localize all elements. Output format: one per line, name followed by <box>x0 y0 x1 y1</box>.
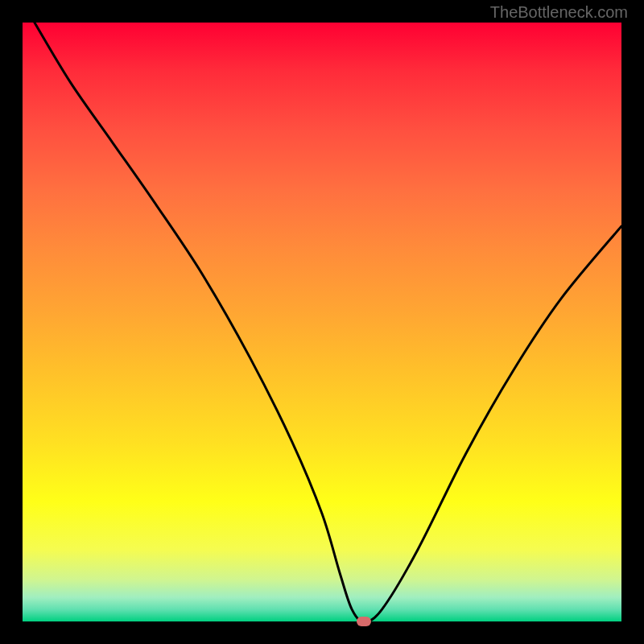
bottleneck-curve <box>23 23 621 621</box>
watermark-text: TheBottleneck.com <box>490 3 628 22</box>
chart-plot-area <box>23 23 621 621</box>
bottleneck-marker <box>357 617 371 626</box>
